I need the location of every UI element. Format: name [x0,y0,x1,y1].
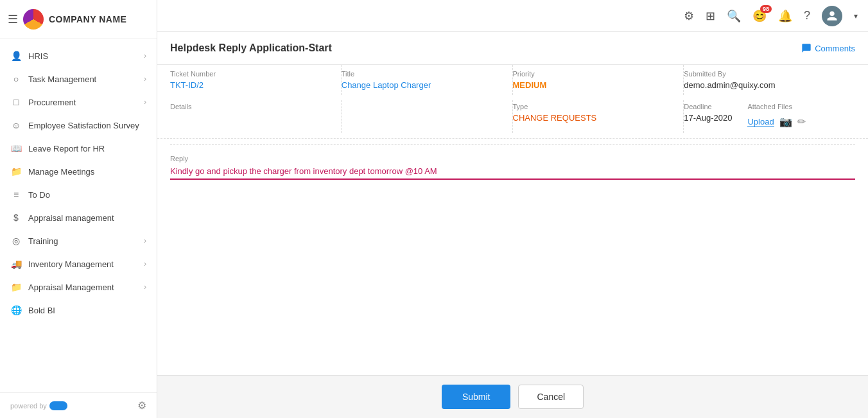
priority-value: MEDIUM [513,80,673,90]
title-value: Change Laptop Charger [342,80,502,90]
procurement-icon: □ [10,97,22,107]
sidebar-item-bold-bi[interactable]: 🌐 Bold BI [0,299,157,322]
sidebar-nav: 👤 HRIS › ○ Task Management › □ Procureme… [0,39,157,392]
inventory-icon: 🚚 [10,259,22,269]
notification-bell-icon[interactable]: 🔔 [778,9,792,23]
deadline-attached-cell: Deadline 17-Aug-2020 Attached Files Uplo… [684,100,855,133]
hamburger-icon[interactable]: ☰ [8,12,18,26]
sidebar-item-leave-report[interactable]: 📖 Leave Report for HR [0,137,157,160]
hris-icon: 👤 [10,51,22,61]
boldbi-icon: 🌐 [10,305,22,315]
type-value: CHANGE REQUESTS [513,113,673,123]
task-icon: ○ [10,74,22,84]
action-bar: Submit Cancel [157,375,868,418]
sidebar-item-to-do[interactable]: ≡ To Do [0,183,157,206]
search-icon[interactable]: 🔍 [727,9,741,23]
type-cell: Type CHANGE REQUESTS [513,100,684,133]
appraisal2-icon: 📁 [10,282,22,292]
content-area: Helpdesk Reply Application-Start Comment… [157,32,868,418]
attach-icon[interactable]: ✏ [797,116,806,128]
powered-by: powered by [10,401,67,410]
settings-icon[interactable]: ⚙ [137,399,146,412]
topbar: ⚙ ⊞ 🔍 😊 98 🔔 ? ▾ [157,0,868,32]
grid-icon[interactable]: ⊞ [706,9,715,23]
ticket-number-value: TKT-ID/2 [170,80,331,90]
todo-icon: ≡ [10,189,22,200]
help-icon[interactable]: ? [804,9,810,22]
sidebar-item-task-management[interactable]: ○ Task Management › [0,67,157,91]
reply-section: Reply Kindly go and pickup the charger f… [157,144,868,375]
sidebar-item-manage-meetings[interactable]: 📁 Manage Meetings [0,160,157,183]
details-cell: Details [170,100,342,133]
upload-link[interactable]: Upload [747,117,774,127]
chevron-icon: › [144,74,146,83]
app-logo [23,9,44,30]
meetings-icon: 📁 [10,166,22,177]
chevron-icon: › [144,259,146,268]
comments-button[interactable]: Comments [801,43,855,53]
deadline-value: 17-Aug-2020 [684,113,732,123]
avatar[interactable] [822,6,842,26]
cancel-button[interactable]: Cancel [518,385,584,409]
main-content: ⚙ ⊞ 🔍 😊 98 🔔 ? ▾ Helpdesk Reply Applicat… [157,0,868,418]
submitted-by-value: demo.admin@quixy.com [684,80,845,90]
sidebar-item-inventory[interactable]: 🚚 Inventory Management › [0,252,157,275]
ticket-number-cell: Ticket Number TKT-ID/2 [170,65,342,95]
sidebar-item-appraisal-management[interactable]: 📁 Appraisal Management › [0,275,157,299]
survey-icon: ☺ [10,120,22,130]
chevron-icon: › [144,51,146,60]
reply-input-container: Kindly go and pickup the charger from in… [170,166,855,180]
sidebar-item-hris[interactable]: 👤 HRIS › [0,44,157,67]
title-cell: Title Change Laptop Charger [342,65,513,95]
ticket-meta-grid: Ticket Number TKT-ID/2 Title Change Lapt… [157,65,868,100]
sidebar-item-employee-satisfaction[interactable]: ☺ Employee Satisfaction Survey [0,114,157,137]
company-name: COMPANY NAME [49,14,126,24]
chevron-icon: › [144,98,146,107]
chevron-icon: › [144,236,146,245]
leave-icon: 📖 [10,143,22,153]
appraisal-icon: $ [10,213,22,223]
sidebar-item-training[interactable]: ◎ Training › [0,229,157,252]
notification-badge: 98 [760,5,772,13]
empty-cell [342,100,513,133]
upload-row: Upload 📷 ✏ [747,116,805,128]
chevron-icon: › [144,283,146,292]
priority-cell: Priority MEDIUM [513,65,684,95]
sidebar-footer: powered by ⚙ [0,392,157,418]
attached-files-section: Attached Files Upload 📷 ✏ [747,103,805,128]
form-header: Helpdesk Reply Application-Start Comment… [157,32,868,65]
submit-button[interactable]: Submit [442,385,511,409]
sidebar-item-procurement[interactable]: □ Procurement › [0,91,157,114]
sidebar-item-appraisal[interactable]: $ Appraisal management [0,206,157,229]
ticket-bottom-grid: Details Type CHANGE REQUESTS Deadline 17… [157,100,868,139]
camera-icon[interactable]: 📷 [779,116,792,128]
training-icon: ◎ [10,236,22,246]
settings-topbar-icon[interactable]: ⚙ [684,9,694,23]
sidebar-header: ☰ COMPANY NAME [0,0,157,39]
powered-by-logo [49,401,67,410]
deadline-section: Deadline 17-Aug-2020 [684,103,732,128]
reply-text: Kindly go and pickup the charger from in… [170,166,437,176]
form-title: Helpdesk Reply Application-Start [170,42,332,54]
submitted-by-cell: Submitted By demo.admin@quixy.com [684,65,855,95]
form-container: Helpdesk Reply Application-Start Comment… [157,32,868,375]
sidebar: ☰ COMPANY NAME 👤 HRIS › ○ Task Managemen… [0,0,157,418]
emoji-icon[interactable]: 😊 98 [752,9,767,23]
account-dropdown-arrow[interactable]: ▾ [854,12,858,21]
